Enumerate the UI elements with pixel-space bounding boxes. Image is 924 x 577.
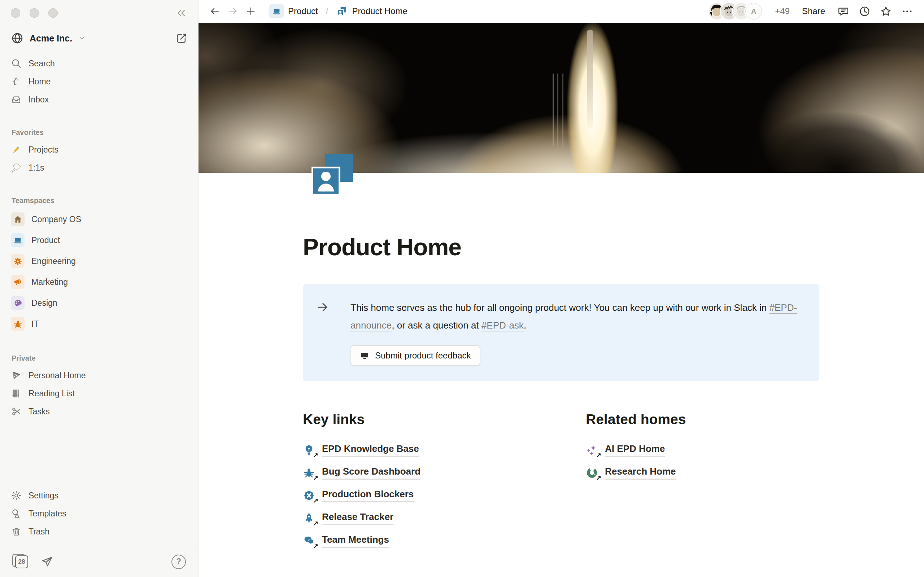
sidebar-item-home[interactable]: Home	[6, 73, 192, 90]
members-overflow-count[interactable]: +49	[775, 6, 790, 16]
invite-members-button[interactable]	[40, 555, 53, 568]
sidebar-item-label: Settings	[29, 491, 58, 501]
sidebar-item-personal-home[interactable]: Personal Home	[6, 367, 192, 384]
scissors-icon	[11, 406, 22, 417]
page-history-button[interactable]	[859, 5, 871, 17]
sidebar-collapse-button[interactable]	[175, 7, 187, 19]
link-row-release-tracker: Release Tracker	[303, 510, 586, 527]
page-icon-contact-card[interactable]	[312, 154, 353, 195]
globe-icon	[11, 32, 24, 45]
inbox-icon	[11, 94, 22, 105]
sidebar-item-search[interactable]: Search	[6, 55, 192, 72]
sidebar-item-1-1s[interactable]: 1:1s	[6, 159, 192, 176]
topbar: Product / Product Home A +49	[199, 0, 924, 23]
help-button[interactable]	[171, 554, 186, 569]
sidebar-item-label: Design	[31, 298, 57, 308]
section-label-teamspaces: Teamspaces	[11, 197, 187, 205]
sidebar-item-trash[interactable]: Trash	[6, 523, 192, 540]
sidebar-nav: Search Home Inbox	[0, 54, 198, 109]
sidebar-item-label: Trash	[29, 527, 50, 537]
page-link[interactable]: Bug Score Dashboard	[322, 466, 420, 480]
sidebar-item-reading-list[interactable]: Reading List	[6, 385, 192, 402]
callout-text-segment: , or ask a question at	[392, 320, 481, 331]
sidebar-item-label: Engineering	[31, 256, 76, 266]
new-tab-button[interactable]	[246, 6, 256, 16]
sidebar: Acme Inc. Search Home Inbox Favorites Pr…	[0, 0, 199, 577]
window-minimize-button[interactable]	[30, 8, 39, 18]
sidebar-item-marketing[interactable]: Marketing	[6, 272, 192, 292]
page-link[interactable]: Team Meetings	[322, 534, 389, 548]
sidebar-item-it[interactable]: IT	[6, 314, 192, 334]
palette-icon	[11, 296, 24, 310]
breadcrumb-item-product[interactable]: Product	[267, 2, 321, 20]
arrow-right-icon	[228, 6, 238, 16]
page-link[interactable]: Research Home	[605, 466, 676, 480]
book-icon	[11, 388, 22, 399]
back-button[interactable]	[209, 6, 220, 16]
thought-balloon-icon	[11, 162, 22, 173]
comments-button[interactable]	[837, 5, 849, 17]
submit-product-feedback-button[interactable]: Submit product feedback	[351, 345, 480, 366]
sidebar-item-label: Product	[31, 235, 60, 245]
sidebar-item-label: Home	[29, 77, 50, 87]
monitor-icon	[360, 351, 370, 361]
ellipsis-icon	[901, 5, 913, 17]
sidebar-item-projects[interactable]: Projects	[6, 141, 192, 158]
chevron-down-icon	[78, 34, 86, 42]
sidebar-item-label: IT	[31, 319, 39, 329]
share-button[interactable]: Share	[799, 4, 828, 18]
sidebar-item-inbox[interactable]: Inbox	[6, 91, 192, 108]
calendar-button[interactable]: 28	[12, 554, 28, 569]
sidebar-item-tasks[interactable]: Tasks	[6, 403, 192, 420]
clock-icon	[859, 5, 871, 17]
slack-link-epd-ask[interactable]: #EPD-ask	[481, 320, 524, 331]
page-link[interactable]: Production Blockers	[322, 488, 414, 502]
search-icon	[11, 58, 22, 69]
key-links-heading: Key links	[303, 411, 586, 427]
two-column-section: Key links EPD Knowledge Base Bug Score D…	[303, 411, 819, 577]
workspace-switcher[interactable]: Acme Inc.	[6, 29, 192, 48]
breadcrumb-item-product-home[interactable]: Product Home	[333, 3, 410, 19]
avatar-overflow-initial[interactable]: A	[745, 3, 762, 19]
related-homes-heading: Related homes	[586, 411, 819, 427]
sidebar-item-product[interactable]: Product	[6, 230, 192, 250]
megaphone-icon	[11, 275, 24, 289]
key-links-column: Key links EPD Knowledge Base Bug Score D…	[303, 411, 586, 555]
page-link[interactable]: EPD Knowledge Base	[322, 443, 419, 457]
home-icon	[11, 76, 22, 87]
pizza-icon	[11, 370, 22, 381]
page-link[interactable]: AI EPD Home	[605, 443, 665, 457]
page-title[interactable]: Product Home	[303, 233, 924, 261]
sidebar-item-label: Inbox	[29, 95, 49, 105]
sidebar-item-templates[interactable]: Templates	[6, 505, 192, 522]
favorite-button[interactable]	[880, 5, 892, 17]
paper-plane-icon	[40, 555, 53, 568]
forward-button[interactable]	[228, 6, 238, 16]
window-zoom-button[interactable]	[48, 8, 58, 18]
sidebar-item-engineering[interactable]: Engineering	[6, 251, 192, 271]
sidebar-item-label: Projects	[29, 145, 58, 155]
sidebar-item-label: Search	[29, 59, 55, 69]
sidebar-bottom-bar: 28	[0, 546, 198, 577]
chat-bubbles-icon	[303, 535, 315, 547]
more-options-button[interactable]	[901, 5, 913, 17]
sidebar-item-label: Marketing	[31, 277, 68, 287]
pencil-icon	[11, 144, 22, 155]
breadcrumb-separator: /	[326, 6, 328, 16]
sidebar-footer-group: Settings Templates Trash	[0, 486, 198, 541]
sidebar-item-label: Templates	[29, 509, 66, 519]
sidebar-item-design[interactable]: Design	[6, 293, 192, 313]
blocked-x-icon	[303, 489, 315, 501]
new-page-button[interactable]	[175, 32, 187, 44]
cover-image[interactable]	[199, 23, 924, 173]
workspace-name: Acme Inc.	[30, 33, 72, 44]
private-group: Personal Home Reading List Tasks	[0, 366, 198, 421]
rocket-icon	[303, 512, 315, 524]
comment-icon	[837, 5, 849, 17]
sidebar-item-company-os[interactable]: Company OS	[6, 209, 192, 229]
plus-icon	[246, 6, 256, 16]
page-link[interactable]: Release Tracker	[322, 511, 393, 525]
window-close-button[interactable]	[11, 8, 20, 18]
trash-icon	[11, 526, 22, 537]
sidebar-item-settings[interactable]: Settings	[6, 487, 192, 504]
